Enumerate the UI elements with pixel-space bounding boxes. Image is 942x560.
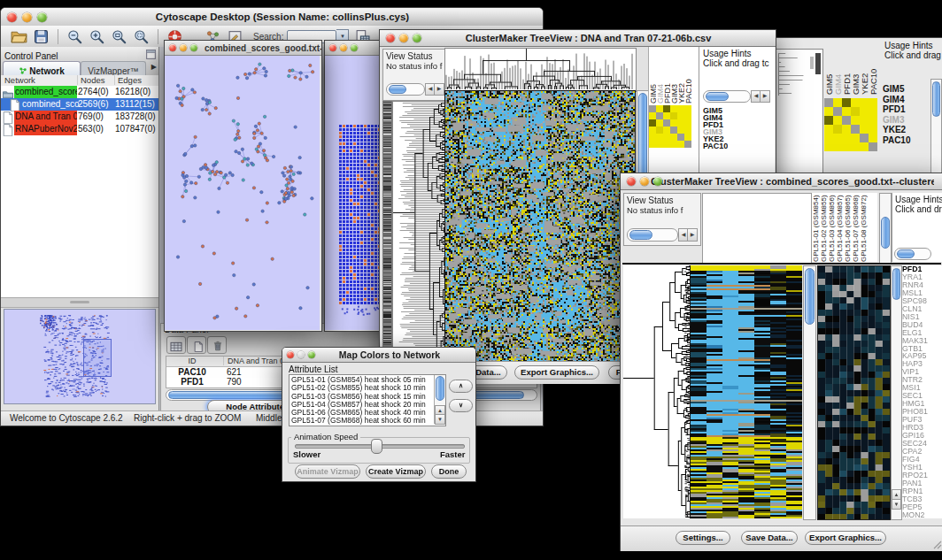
scroll-right-icon[interactable]: ▶ xyxy=(687,228,698,242)
maximize-icon[interactable] xyxy=(308,351,315,358)
heatmap-canvas[interactable] xyxy=(690,265,802,518)
zoom-fit-icon[interactable] xyxy=(111,29,127,44)
close-icon[interactable] xyxy=(169,44,176,51)
slider-thumb[interactable] xyxy=(371,439,382,454)
column-header-nodes[interactable]: Nodes xyxy=(77,75,104,85)
export-graphics-button[interactable]: Export Graphics... xyxy=(805,531,886,545)
label-vscrollbar[interactable] xyxy=(930,79,942,183)
close-icon[interactable] xyxy=(287,351,294,358)
dialog-titlebar[interactable]: Map Colors to Network xyxy=(282,348,475,363)
zoom-heatmap-canvas[interactable] xyxy=(817,265,891,520)
minimize-icon[interactable] xyxy=(640,177,649,186)
animate-vizmap-button[interactable]: Animate Vizmap xyxy=(295,464,360,479)
zoom-selected-region-icon[interactable] xyxy=(133,29,150,44)
id-column-header[interactable]: ID xyxy=(166,357,218,365)
tab-overflow-icon[interactable]: ▶ xyxy=(151,63,157,71)
status-hscrollbar[interactable] xyxy=(386,83,425,96)
birds-eye-view[interactable] xyxy=(4,309,156,404)
labels-hscrollbar[interactable] xyxy=(703,90,751,103)
document-icon xyxy=(10,99,20,110)
network-canvas[interactable] xyxy=(165,56,320,330)
zoom-in-icon[interactable] xyxy=(89,29,105,44)
row-dendrogram-canvas[interactable] xyxy=(392,101,446,362)
scroll-right-icon[interactable]: ▶ xyxy=(434,83,444,96)
column-label: GPL51-07 (GSM868) xyxy=(852,193,860,262)
scroll-thumb[interactable] xyxy=(881,217,890,249)
row-dendrogram-canvas[interactable] xyxy=(623,265,690,518)
export-graphics-button[interactable]: Export Graphics... xyxy=(514,365,599,380)
scroll-thumb[interactable] xyxy=(629,230,652,240)
global-overview-strip[interactable] xyxy=(382,101,392,362)
scroll-down-icon[interactable]: ▼ xyxy=(435,414,445,425)
move-up-button[interactable]: ∧ xyxy=(449,380,473,393)
resize-grip-icon[interactable] xyxy=(931,539,942,549)
new-attribute-icon[interactable] xyxy=(187,336,206,354)
scroll-thumb[interactable] xyxy=(706,92,729,101)
attribute-list-item[interactable]: GPL51-07 (GSM868) heat shock 60 min xyxy=(291,417,433,425)
main-titlebar[interactable]: Cytoscape Desktop (Session Name: collins… xyxy=(1,8,543,27)
scroll-thumb[interactable] xyxy=(892,268,900,300)
hints-hscrollbar[interactable] xyxy=(894,248,931,260)
create-vizmap-button[interactable]: Create Vizmap xyxy=(366,464,426,479)
list-vscrollbar[interactable]: ▲ ▼ xyxy=(434,375,445,424)
maximize-icon[interactable] xyxy=(37,12,47,22)
column-label-vscrollbar[interactable] xyxy=(879,193,892,264)
minimize-icon[interactable] xyxy=(399,34,408,42)
network-tree-row[interactable]: combined_scores2764(0)16218(0) xyxy=(1,86,158,98)
save-data-button[interactable]: Save Data... xyxy=(741,531,798,545)
maximize-icon[interactable] xyxy=(653,177,662,186)
close-icon[interactable] xyxy=(7,12,17,22)
tab-vizmapper[interactable]: VizMapper™ xyxy=(81,61,146,75)
maximize-icon[interactable] xyxy=(413,34,421,42)
tab-network[interactable]: Network xyxy=(3,61,81,75)
column-header-network[interactable]: Network xyxy=(4,75,35,85)
delete-attribute-icon[interactable] xyxy=(207,336,227,354)
column-dendrogram-canvas[interactable] xyxy=(445,49,634,89)
status-welcome: Welcome to Cytoscape 2.6.2 xyxy=(10,413,123,423)
attribute-table-icon[interactable] xyxy=(166,336,186,354)
scroll-down-icon[interactable]: ▼ xyxy=(892,499,901,510)
close-icon[interactable] xyxy=(329,44,336,51)
network-tree-row[interactable]: RNAPuberNov2+I563(0)107847(0) xyxy=(1,123,158,135)
scroll-thumb[interactable] xyxy=(805,268,815,325)
float-panel-icon[interactable] xyxy=(145,48,157,59)
scroll-thumb[interactable] xyxy=(897,249,915,258)
network-tree-row[interactable]: DNA and Tran 07769(0)183728(0) xyxy=(1,111,158,123)
close-icon[interactable] xyxy=(627,177,636,186)
done-button[interactable]: Done xyxy=(431,464,467,479)
heatmap-vscrollbar[interactable] xyxy=(803,265,816,520)
network1-titlebar[interactable]: combined_scores_good.txt--cluste... xyxy=(165,41,321,56)
zoom-out-icon[interactable] xyxy=(66,29,83,44)
similarity-matrix-zoom[interactable] xyxy=(824,98,877,151)
minimize-icon[interactable] xyxy=(22,12,32,22)
column-label: GIM3 xyxy=(670,49,677,104)
scroll-right-icon[interactable]: ▶ xyxy=(760,90,770,103)
network-tree-row[interactable]: combined_sco2569(6)13112(15) xyxy=(1,98,158,111)
maximize-icon[interactable] xyxy=(351,44,358,51)
open-folder-icon[interactable] xyxy=(11,29,27,44)
maximize-icon[interactable] xyxy=(190,44,197,51)
settings-button[interactable]: Settings... xyxy=(676,531,730,545)
row-dendrogram-canvas[interactable] xyxy=(776,50,822,182)
scroll-thumb[interactable] xyxy=(932,81,940,117)
treeview2-titlebar[interactable]: ClusterMaker TreeView : combined_scores_… xyxy=(621,173,942,190)
network-nodes: 769(0) xyxy=(78,111,104,123)
similarity-matrix-zoom[interactable] xyxy=(649,105,691,148)
panel-divider[interactable] xyxy=(1,297,158,308)
column-dendrogram-area[interactable] xyxy=(702,193,812,264)
scroll-thumb[interactable] xyxy=(389,85,406,94)
minimize-icon[interactable] xyxy=(340,44,347,51)
close-icon[interactable] xyxy=(386,34,395,42)
column-header-edges[interactable]: Edges xyxy=(114,75,142,85)
move-down-button[interactable]: ∨ xyxy=(449,399,473,412)
label-vscrollbar[interactable]: ▲ ▼ xyxy=(891,265,902,520)
minimize-icon[interactable] xyxy=(180,44,187,51)
status-hscrollbar[interactable] xyxy=(627,228,678,242)
birds-eye-canvas[interactable] xyxy=(4,310,155,403)
network-tab-icon xyxy=(19,63,27,72)
scroll-thumb[interactable] xyxy=(436,376,444,401)
save-icon[interactable] xyxy=(33,29,50,44)
minimize-icon[interactable] xyxy=(297,351,305,358)
heatmap-canvas[interactable] xyxy=(444,90,636,362)
treeview1-titlebar[interactable]: ClusterMaker TreeView : DNA and Tran 07-… xyxy=(380,30,776,47)
